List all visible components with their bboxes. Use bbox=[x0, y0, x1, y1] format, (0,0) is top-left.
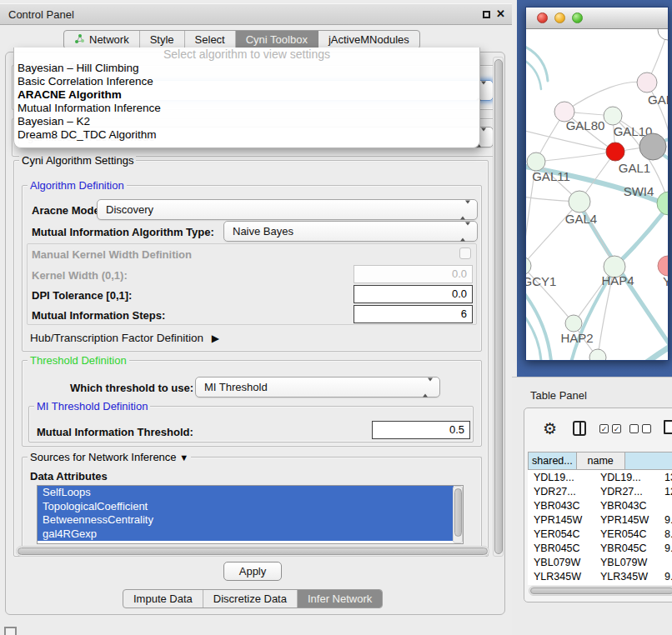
column-header-name[interactable]: name bbox=[577, 452, 625, 470]
network-view-window[interactable]: GALGAL80GAL10GAL1GAL11SWI4GAL4GCY1HAP4YH… bbox=[525, 7, 669, 361]
data-attributes-list[interactable]: SelfLoopsTopologicalCoefficientBetweenne… bbox=[37, 485, 464, 544]
network-node-gal10[interactable] bbox=[604, 107, 622, 125]
table-horizontal-scrollbar[interactable] bbox=[529, 586, 672, 596]
node-label-hap4: HAP4 bbox=[601, 273, 634, 288]
table-row[interactable]: YPR145WYPR145W9. bbox=[528, 512, 672, 527]
attribute-item-gal4rgexp[interactable]: gal4RGexp bbox=[38, 528, 454, 542]
attribute-item-topologicalcoefficient[interactable]: TopologicalCoefficient bbox=[38, 500, 454, 514]
checked-checkbox-icon[interactable]: ✓ bbox=[599, 424, 609, 433]
tab-network[interactable]: Network bbox=[64, 31, 140, 48]
manual-kernel-checkbox[interactable] bbox=[459, 248, 471, 259]
control-panel-title: Control Panel bbox=[8, 8, 74, 21]
tab-label: jActiveMNodules bbox=[328, 33, 409, 46]
mi-type-value: Naive Bayes bbox=[233, 225, 293, 238]
column-browser-icon[interactable] bbox=[573, 421, 586, 436]
mi-threshold-field[interactable]: 0.5 bbox=[372, 421, 470, 439]
table-row[interactable]: YDL19...YDL19...13 bbox=[528, 470, 672, 484]
checked-checkbox-icon[interactable]: ✓ bbox=[612, 424, 621, 433]
cell-value: 9. bbox=[660, 542, 672, 554]
settings-horizontal-scrollbar[interactable] bbox=[16, 546, 489, 557]
tab-discretize-data[interactable]: Discretize Data bbox=[203, 590, 298, 608]
table-row[interactable]: YDR27...YDR27...12 bbox=[528, 484, 672, 498]
aracne-mode-combo[interactable]: Discovery bbox=[97, 199, 478, 220]
table-row[interactable]: YIL052CYIL052C9 bbox=[528, 583, 672, 585]
tab-select[interactable]: Select bbox=[185, 31, 236, 48]
table-rows[interactable]: YDL19...YDL19...13YDR27...YDR27...12YBR0… bbox=[528, 470, 672, 585]
algorithm-option-basic-correlation-inference[interactable]: Basic Correlation Inference bbox=[14, 75, 479, 88]
node-label-gal80: GAL80 bbox=[566, 118, 605, 132]
panel-grip-icon[interactable] bbox=[4, 627, 17, 635]
settings-vertical-scrollbar[interactable] bbox=[493, 57, 504, 557]
table-row[interactable]: YBR045CYBR045C9. bbox=[528, 541, 672, 555]
algorithm-option-bayesian-k2[interactable]: Bayesian – K2 bbox=[14, 115, 479, 128]
table-row[interactable]: YBL079WYBL079W bbox=[528, 555, 672, 569]
gear-icon[interactable]: ⚙ bbox=[543, 421, 557, 437]
tab-impute-data[interactable]: Impute Data bbox=[123, 590, 203, 608]
column-header-partial[interactable] bbox=[625, 452, 672, 470]
aracne-mode-label: Aracne Mode: bbox=[32, 204, 103, 217]
unchecked-checkbox-icon[interactable] bbox=[642, 424, 651, 433]
table-row[interactable]: YLR345WYLR345W9. bbox=[528, 569, 672, 583]
network-node[interactable] bbox=[639, 133, 666, 160]
combo-arrows-icon bbox=[460, 225, 470, 238]
cell-shared-name: YDL19... bbox=[528, 472, 594, 483]
attribute-item-selfloops[interactable]: SelfLoops bbox=[38, 486, 454, 500]
close-traffic-light[interactable] bbox=[537, 12, 548, 23]
network-node-y[interactable] bbox=[658, 256, 668, 276]
tab-jactivemnodules[interactable]: jActiveMNodules bbox=[318, 31, 419, 48]
kernel-width-field[interactable]: 0.0 bbox=[354, 265, 473, 283]
network-icon bbox=[74, 33, 85, 47]
table-header[interactable]: shared... name bbox=[528, 452, 672, 470]
combo-arrows-icon bbox=[423, 381, 433, 393]
aracne-mode-value: Discovery bbox=[106, 203, 153, 216]
float-window-icon[interactable] bbox=[483, 11, 490, 18]
minimize-traffic-light[interactable] bbox=[554, 12, 565, 23]
control-panel-titlebar: Control Panel ✕ bbox=[0, 3, 512, 25]
algorithm-option-bayesian-hill-climbing[interactable]: Bayesian – Hill Climbing bbox=[14, 62, 479, 75]
mi-type-combo[interactable]: Naive Bayes bbox=[223, 221, 478, 242]
document-icon[interactable] bbox=[664, 420, 672, 434]
tab-infer-network[interactable]: Infer Network bbox=[298, 590, 382, 608]
algorithm-popup: Select algorithm to view settings Bayesi… bbox=[13, 48, 480, 148]
network-node-gal[interactable] bbox=[637, 72, 657, 92]
algorithm-option-aracne-algorithm[interactable]: ARACNE Algorithm bbox=[14, 88, 479, 102]
table-row[interactable]: YER054CYER054C8. bbox=[528, 527, 672, 541]
apply-button[interactable]: Apply bbox=[223, 562, 282, 581]
network-node-gcy1[interactable] bbox=[526, 257, 531, 275]
cell-shared-name: YBL079W bbox=[528, 557, 594, 568]
which-threshold-combo[interactable]: MI Threshold bbox=[195, 377, 440, 398]
algorithm-option-mutual-information-inference[interactable]: Mutual Information Inference bbox=[14, 102, 479, 115]
cell-name: YBL079W bbox=[594, 557, 660, 568]
hub-expander-label: Hub/Transcription Factor Definition bbox=[30, 332, 203, 344]
tab-label: Style bbox=[150, 33, 174, 46]
attribute-item-betweennesscentrality[interactable]: BetweennessCentrality bbox=[38, 513, 454, 528]
unchecked-checkbox-icon[interactable] bbox=[629, 424, 639, 433]
network-canvas[interactable]: GALGAL80GAL10GAL1GAL11SWI4GAL4GCY1HAP4YH… bbox=[526, 29, 668, 360]
zoom-traffic-light[interactable] bbox=[572, 12, 583, 23]
network-node-swi4[interactable] bbox=[657, 192, 668, 215]
dpi-tolerance-field[interactable]: 0.0 bbox=[354, 285, 473, 303]
network-node-gal11[interactable] bbox=[527, 152, 545, 171]
tab-cyni-toolbox[interactable]: Cyni Toolbox bbox=[236, 31, 318, 48]
close-icon[interactable]: ✕ bbox=[496, 8, 505, 20]
attr-list-scrollbar[interactable] bbox=[453, 486, 463, 543]
network-node-gal4[interactable] bbox=[569, 191, 590, 212]
sources-group-title[interactable]: Sources for Network Inference ▼ bbox=[28, 451, 191, 463]
mi-steps-field[interactable]: 6 bbox=[354, 305, 473, 323]
cell-name: YIL052C bbox=[594, 585, 660, 586]
network-node[interactable] bbox=[658, 29, 668, 40]
network-node-hap2[interactable] bbox=[565, 315, 582, 332]
hub-expander[interactable]: Hub/Transcription Factor Definition ▶ bbox=[30, 332, 219, 344]
node-label-swi4: SWI4 bbox=[624, 184, 654, 198]
tab-label: Select bbox=[195, 33, 225, 46]
table-row[interactable]: YBR043CYBR043C bbox=[528, 498, 672, 512]
column-header-shared-name[interactable]: shared... bbox=[528, 452, 577, 470]
algorithm-option-dream8-dc-tdc-algorithm[interactable]: Dream8 DC_TDC Algorithm bbox=[14, 128, 479, 142]
network-window-titlebar[interactable] bbox=[526, 8, 668, 29]
cell-value: 9. bbox=[660, 571, 672, 582]
which-threshold-label: Which threshold to use: bbox=[70, 382, 193, 394]
combo-arrows-icon bbox=[460, 203, 470, 216]
tab-style[interactable]: Style bbox=[140, 31, 185, 48]
cell-name: YDL19... bbox=[594, 472, 660, 483]
network-node-gal1[interactable] bbox=[606, 142, 624, 161]
